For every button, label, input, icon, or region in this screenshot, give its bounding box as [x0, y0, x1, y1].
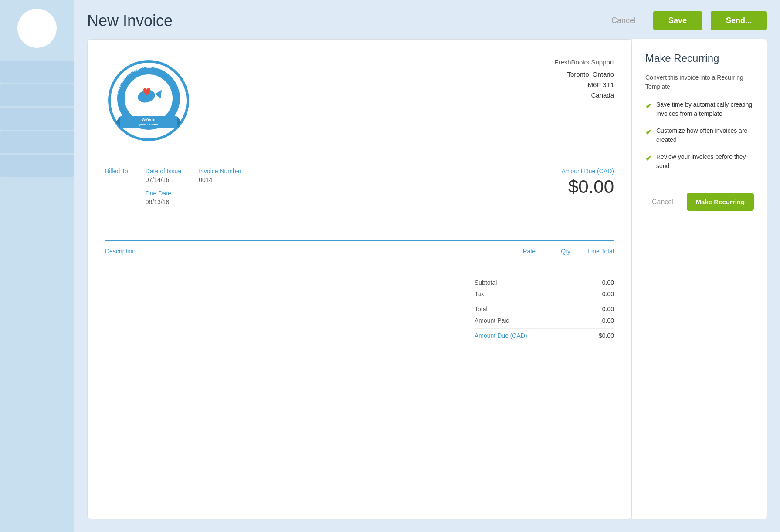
company-city: Toronto, Ontario	[554, 69, 614, 80]
subtotal-row: Subtotal 0.00	[475, 277, 614, 288]
company-name: FreshBooks Support	[554, 57, 614, 67]
invoice-panel: We're in your corner FreshBooks Support …	[87, 39, 632, 519]
make-recurring-button[interactable]: Make Recurring	[687, 193, 754, 211]
cancel-button[interactable]: Cancel	[603, 12, 644, 30]
recurring-feature-3: ✔ Review your invoices before they send	[645, 152, 754, 171]
line-items-section: Description Rate Qty Line Total	[105, 240, 614, 259]
recurring-divider	[645, 182, 754, 182]
total-label: Total	[475, 306, 488, 313]
totals-table: Subtotal 0.00 Tax 0.00 Total 0.00 Amount…	[475, 277, 614, 341]
subtotal-label: Subtotal	[475, 279, 497, 286]
due-date-value: 08/13/16	[146, 199, 182, 205]
check-icon-3: ✔	[645, 153, 652, 165]
sidebar	[0, 0, 74, 532]
amount-due-value: $0.00	[561, 176, 614, 197]
svg-text:your corner: your corner	[139, 122, 158, 126]
amount-due-total-row: Amount Due (CAD) $0.00	[475, 328, 614, 341]
sidebar-avatar	[17, 9, 57, 48]
sidebar-nav-item-2[interactable]	[0, 84, 74, 106]
company-country: Canada	[554, 90, 614, 101]
invoice-number-label: Invoice Number	[199, 168, 241, 175]
check-icon-2: ✔	[645, 127, 652, 138]
check-icon-1: ✔	[645, 101, 652, 112]
line-total-column-header: Line Total	[570, 248, 614, 255]
total-value: 0.00	[602, 306, 614, 313]
recurring-feature-3-text: Review your invoices before they send	[656, 152, 754, 171]
qty-column-header: Qty	[536, 248, 570, 255]
invoice-top: We're in your corner FreshBooks Support …	[105, 57, 614, 146]
recurring-title: Make Recurring	[645, 52, 754, 64]
invoice-meta: Billed To Date of Issue 07/14/16 Due Dat…	[105, 168, 614, 205]
amount-due-section: Amount Due (CAD) $0.00	[561, 168, 614, 197]
date-of-issue-value: 07/14/16	[146, 176, 182, 183]
sidebar-nav-item-5[interactable]	[0, 155, 74, 177]
recurring-panel: Make Recurring Convert this invoice into…	[632, 39, 767, 519]
totals-section: Subtotal 0.00 Tax 0.00 Total 0.00 Amount…	[105, 277, 614, 341]
amount-due-row-value: $0.00	[599, 332, 614, 339]
due-date-label: Due Date	[146, 190, 182, 197]
amount-paid-label: Amount Paid	[475, 317, 509, 324]
invoice-number-value: 0014	[199, 176, 241, 183]
recurring-feature-1-text: Save time by automatically creating invo…	[656, 100, 754, 118]
date-of-issue-label: Date of Issue	[146, 168, 182, 175]
sidebar-nav-item-4[interactable]	[0, 131, 74, 153]
send-button[interactable]: Send...	[711, 11, 767, 30]
svg-text:We're in: We're in	[142, 118, 156, 121]
company-logo: We're in your corner FreshBooks Support …	[105, 57, 192, 146]
recurring-cancel-button[interactable]: Cancel	[645, 194, 680, 210]
amount-due-row-label: Amount Due (CAD)	[475, 332, 527, 339]
main-content: New Invoice Cancel Save Send...	[74, 0, 780, 532]
rate-column-header: Rate	[492, 248, 536, 255]
company-postal: M6P 3T1	[554, 80, 614, 90]
line-items-header: Description Rate Qty Line Total	[105, 248, 614, 259]
tax-value: 0.00	[602, 290, 614, 297]
recurring-actions: Cancel Make Recurring	[645, 193, 754, 211]
content-area: We're in your corner FreshBooks Support …	[87, 39, 767, 519]
tax-row: Tax 0.00	[475, 288, 614, 300]
description-column-header: Description	[105, 248, 492, 255]
header: New Invoice Cancel Save Send...	[87, 0, 767, 39]
invoice-number-section: Invoice Number 0014	[199, 168, 241, 183]
recurring-description: Convert this invoice into a Recurring Te…	[645, 73, 754, 91]
date-of-issue-section: Date of Issue 07/14/16 Due Date 08/13/16	[146, 168, 182, 205]
amount-paid-row: Amount Paid 0.00	[475, 315, 614, 326]
recurring-feature-1: ✔ Save time by automatically creating in…	[645, 100, 754, 118]
company-info: FreshBooks Support Toronto, Ontario M6P …	[554, 57, 614, 146]
amount-due-label: Amount Due (CAD)	[561, 168, 614, 175]
sidebar-nav-item-3[interactable]	[0, 108, 74, 130]
billed-to-section: Billed To	[105, 168, 128, 176]
billed-to-label: Billed To	[105, 168, 128, 175]
save-button[interactable]: Save	[653, 11, 702, 30]
total-row: Total 0.00	[475, 302, 614, 315]
subtotal-value: 0.00	[602, 279, 614, 286]
recurring-feature-2-text: Customize how often invoices are created	[656, 126, 754, 145]
page-title: New Invoice	[87, 12, 594, 30]
sidebar-nav-item-1[interactable]	[0, 61, 74, 83]
amount-paid-value: 0.00	[602, 317, 614, 324]
tax-label: Tax	[475, 290, 484, 297]
recurring-feature-2: ✔ Customize how often invoices are creat…	[645, 126, 754, 145]
